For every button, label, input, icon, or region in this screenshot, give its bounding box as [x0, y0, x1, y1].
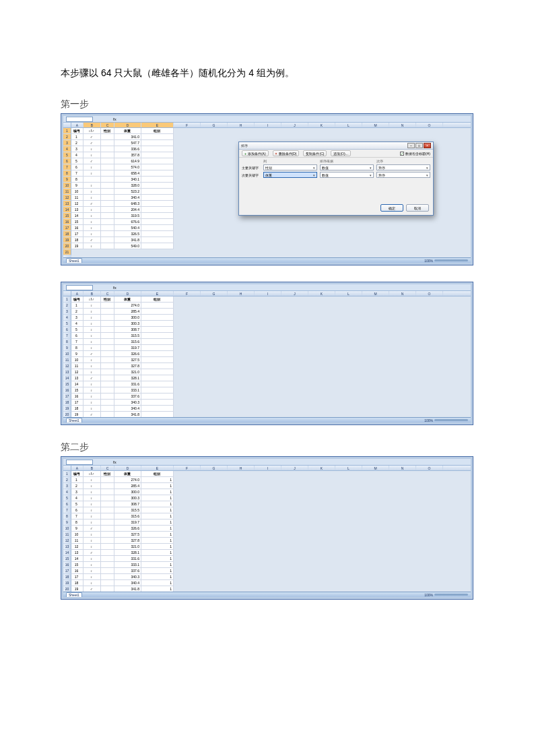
- cells-area[interactable]: 编号♀/♂性别体重组别1♀274.012♀285.413♀300.014♀300…: [71, 471, 471, 592]
- row-header-1[interactable]: 1: [63, 471, 71, 477]
- data-cell[interactable]: 1: [141, 562, 174, 567]
- data-cell[interactable]: [101, 315, 114, 320]
- header-cell[interactable]: ♀/♂: [84, 471, 101, 476]
- row-header-11[interactable]: 11: [63, 189, 71, 195]
- row-header-13[interactable]: 13: [63, 544, 71, 550]
- data-cell[interactable]: [101, 152, 114, 158]
- row-header-16[interactable]: 16: [63, 219, 71, 225]
- data-cell[interactable]: 15: [71, 219, 84, 224]
- ok-button[interactable]: 确定: [380, 204, 403, 212]
- data-cell[interactable]: [101, 513, 114, 519]
- add-level-button[interactable]: +添加条件(A): [242, 150, 269, 156]
- data-cell[interactable]: [101, 333, 114, 338]
- data-cell[interactable]: ♀: [84, 400, 101, 405]
- row-header-15[interactable]: 15: [63, 556, 71, 562]
- data-cell[interactable]: 328.1: [114, 550, 141, 555]
- data-cell[interactable]: 1: [141, 495, 174, 501]
- row-header-1[interactable]: 1: [63, 296, 71, 303]
- secondary-order-dropdown[interactable]: 升序▾: [376, 172, 430, 178]
- data-cell[interactable]: 331.6: [114, 381, 141, 387]
- row-header-7[interactable]: 7: [63, 507, 71, 513]
- data-cell[interactable]: [141, 213, 174, 218]
- data-cell[interactable]: [141, 333, 174, 338]
- row-header-3[interactable]: 3: [63, 140, 71, 146]
- data-cell[interactable]: 11: [71, 363, 84, 369]
- column-header-J[interactable]: J: [281, 466, 308, 470]
- data-cell[interactable]: ♂: [84, 375, 101, 381]
- header-cell[interactable]: 编号: [71, 296, 84, 302]
- row-header-18[interactable]: 18: [63, 231, 71, 237]
- data-cell[interactable]: [101, 134, 114, 139]
- data-cell[interactable]: 315.5: [114, 507, 141, 513]
- data-cell[interactable]: 15: [71, 387, 84, 393]
- data-cell[interactable]: [101, 231, 114, 237]
- data-cell[interactable]: 333.1: [114, 562, 141, 567]
- data-cell[interactable]: 331.6: [114, 556, 141, 561]
- data-cell[interactable]: ♀: [84, 363, 101, 369]
- data-cell[interactable]: 1: [141, 550, 174, 555]
- data-cell[interactable]: ♀: [84, 477, 101, 482]
- data-cell[interactable]: ♀: [84, 393, 101, 399]
- data-cell[interactable]: [141, 152, 174, 158]
- data-cell[interactable]: [141, 201, 174, 206]
- data-cell[interactable]: ♂: [84, 526, 101, 531]
- column-header-G[interactable]: G: [201, 466, 228, 470]
- data-cell[interactable]: [101, 580, 114, 586]
- data-cell[interactable]: ♀: [84, 231, 101, 237]
- data-cell[interactable]: [101, 501, 114, 507]
- row-header-1[interactable]: 1: [63, 128, 71, 134]
- primary-column-dropdown[interactable]: 性别▾: [263, 164, 317, 170]
- header-cell[interactable]: ♀/♂: [84, 128, 101, 133]
- data-cell[interactable]: 16: [71, 393, 84, 399]
- data-cell[interactable]: ♀: [84, 519, 101, 525]
- zoom-slider[interactable]: [434, 419, 468, 421]
- data-cell[interactable]: 341.0: [114, 134, 141, 139]
- column-header-M[interactable]: M: [362, 291, 389, 296]
- data-cell[interactable]: 16: [71, 568, 84, 573]
- data-cell[interactable]: [101, 538, 114, 543]
- data-cell[interactable]: 321.0: [114, 369, 141, 375]
- row-header-12[interactable]: 12: [63, 538, 71, 544]
- header-cell[interactable]: 体重: [114, 471, 141, 476]
- data-cell[interactable]: ♀: [84, 580, 101, 586]
- column-header-C[interactable]: C: [101, 466, 114, 470]
- data-cell[interactable]: 337.6: [114, 393, 141, 399]
- column-header-D[interactable]: D: [114, 123, 141, 127]
- data-cell[interactable]: [101, 495, 114, 501]
- data-cell[interactable]: 1: [141, 501, 174, 507]
- data-cell[interactable]: [101, 201, 114, 206]
- data-cell[interactable]: [141, 140, 174, 146]
- row-header-2[interactable]: 2: [63, 134, 71, 140]
- row-header-15[interactable]: 15: [63, 381, 71, 387]
- data-cell[interactable]: [141, 146, 174, 152]
- data-cell[interactable]: 1: [141, 489, 174, 495]
- header-cell[interactable]: 体重: [114, 128, 141, 133]
- data-cell[interactable]: [141, 207, 174, 212]
- data-cell[interactable]: [141, 170, 174, 176]
- data-cell[interactable]: 326.5: [114, 231, 141, 237]
- data-cell[interactable]: [101, 532, 114, 537]
- column-header-E[interactable]: E: [141, 123, 174, 127]
- data-cell[interactable]: 12: [71, 544, 84, 549]
- data-cell[interactable]: ♀: [84, 183, 101, 188]
- column-header-C[interactable]: C: [101, 291, 114, 296]
- header-cell[interactable]: 编号: [71, 128, 84, 133]
- row-header-2[interactable]: 2: [63, 477, 71, 483]
- data-cell[interactable]: ♂: [84, 237, 101, 243]
- data-cell[interactable]: [101, 303, 114, 308]
- column-header-A[interactable]: A: [71, 291, 84, 296]
- data-cell[interactable]: [141, 315, 174, 320]
- row-header-14[interactable]: 14: [63, 375, 71, 381]
- data-cell[interactable]: 17: [71, 400, 84, 405]
- data-cell[interactable]: 315.6: [114, 513, 141, 519]
- data-cell[interactable]: 10: [71, 189, 84, 194]
- row-header-7[interactable]: 7: [63, 333, 71, 339]
- data-cell[interactable]: 2: [71, 140, 84, 146]
- header-cell[interactable]: 性别: [101, 296, 114, 302]
- data-cell[interactable]: 19: [71, 412, 84, 417]
- data-cell[interactable]: 315.5: [114, 333, 141, 338]
- data-cell[interactable]: [141, 387, 174, 393]
- data-cell[interactable]: 327.5: [114, 532, 141, 537]
- column-header-F[interactable]: F: [174, 466, 201, 470]
- data-cell[interactable]: 321.0: [114, 544, 141, 549]
